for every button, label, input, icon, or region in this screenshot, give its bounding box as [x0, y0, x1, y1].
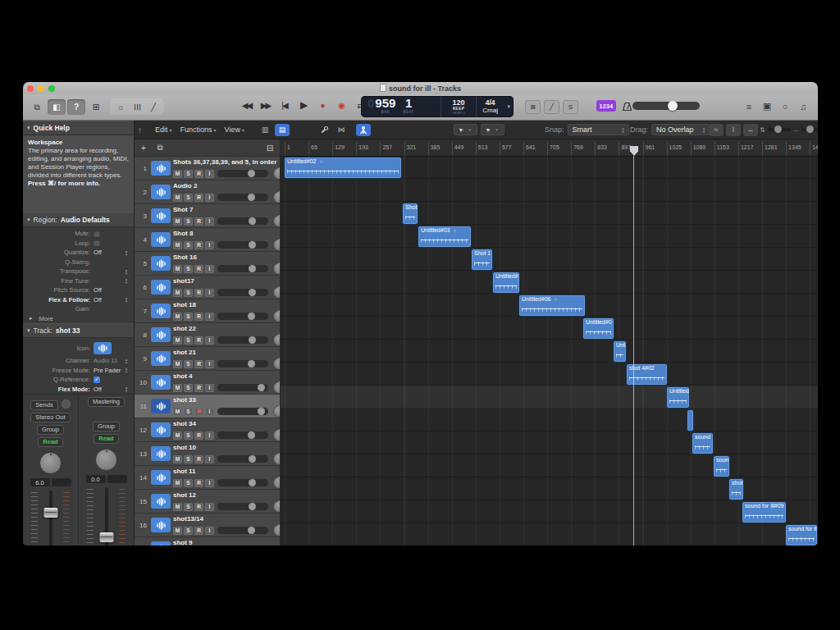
checkbox-checked[interactable]: ✓	[94, 377, 100, 383]
input-monitor-button[interactable]: I	[205, 217, 214, 226]
track-volume-slider[interactable]	[217, 170, 268, 177]
stepper-icon[interactable]: ▴▾	[123, 367, 130, 373]
record-enable-button[interactable]: R	[194, 241, 203, 249]
track-volume-slider[interactable]	[217, 194, 268, 201]
checkbox-unchecked[interactable]	[94, 231, 100, 237]
solo-button[interactable]: S	[184, 503, 193, 511]
automation-mode-button[interactable]: Read	[38, 437, 62, 447]
track-volume-slider[interactable]	[217, 313, 268, 320]
more-disclosure[interactable]: More	[33, 315, 53, 322]
track-volume-slider[interactable]	[217, 289, 268, 296]
track-pan-knob[interactable]	[273, 262, 280, 275]
mute-button[interactable]: M	[173, 384, 182, 392]
region-inspector-header[interactable]: ▾ Region:Audio Defaults	[23, 212, 134, 227]
mute-button[interactable]: M	[173, 170, 182, 178]
track-volume-thumb[interactable]	[248, 170, 255, 177]
track-volume-thumb[interactable]	[249, 217, 256, 225]
fader-cap[interactable]	[99, 532, 113, 542]
track-volume-thumb[interactable]	[248, 431, 255, 439]
note-pads-icon[interactable]: ▣	[759, 101, 775, 112]
master-volume-thumb[interactable]	[668, 101, 678, 111]
track-volume-thumb[interactable]	[258, 408, 265, 415]
group-button[interactable]: Group	[37, 425, 64, 435]
track-pan-knob[interactable]	[273, 500, 280, 513]
solo-button[interactable]: S	[184, 194, 193, 202]
record-enable-button[interactable]: R	[194, 313, 203, 321]
track-volume-thumb[interactable]	[249, 241, 256, 249]
arrange-area[interactable]: 1651291932573213854495135776417057698338…	[281, 139, 818, 546]
track-header[interactable]: 6shot17MSRI	[135, 276, 280, 299]
solo-button[interactable]: S	[184, 455, 193, 463]
bar-ruler[interactable]: 1651291932573213854495135776417057698338…	[281, 139, 818, 157]
track-volume-thumb[interactable]	[249, 265, 256, 272]
track-icon[interactable]	[151, 232, 171, 247]
input-monitor-button[interactable]: I	[205, 241, 214, 249]
grid-view-button[interactable]: ▥	[258, 124, 272, 136]
record-enable-button[interactable]: R	[194, 289, 203, 297]
track-icon[interactable]	[151, 327, 171, 342]
sends-button[interactable]: Sends	[30, 400, 57, 410]
duplicate-track-button[interactable]: ⧉	[153, 142, 167, 153]
track-icon[interactable]	[151, 446, 171, 461]
vertical-zoom-slider[interactable]	[768, 128, 791, 131]
audio-region[interactable]: Untitled#	[492, 272, 520, 294]
track-pan-knob[interactable]	[273, 381, 280, 394]
audio-region[interactable]: sound for ill#09	[742, 501, 787, 523]
track-icon[interactable]	[151, 280, 171, 294]
track-header[interactable]: 9shot 21MSRI	[135, 347, 280, 371]
solo-button[interactable]: S	[184, 241, 193, 249]
quick-help-header[interactable]: ▾ Quick Help	[23, 121, 134, 135]
solo-mode-button[interactable]: S	[563, 100, 578, 114]
record-enable-button[interactable]: R	[194, 336, 203, 345]
track-volume-slider[interactable]	[217, 455, 268, 463]
catch-playhead-button[interactable]: ↑	[138, 121, 142, 139]
track-header[interactable]: 4Shot 8MSRI	[135, 228, 280, 252]
track-volume-slider[interactable]	[217, 479, 268, 486]
rewind-button[interactable]: ◀◀	[238, 101, 255, 110]
volume-value[interactable]: 6.0	[30, 478, 50, 486]
vertical-auto-zoom-button[interactable]: I	[726, 124, 741, 136]
editors-icon[interactable]: ╱	[146, 103, 161, 112]
master-volume-slider[interactable]	[632, 102, 700, 110]
track-pan-knob[interactable]	[273, 405, 280, 418]
track-header[interactable]: 2Audio 2MSRI	[135, 180, 280, 204]
track-icon[interactable]	[151, 541, 171, 546]
record-enable-button[interactable]: R	[194, 431, 203, 440]
horizontal-auto-zoom-button[interactable]: ↔	[743, 124, 758, 136]
record-enable-button[interactable]: R	[194, 194, 203, 202]
punch-button[interactable]: ⊠	[525, 100, 541, 114]
track-header-config-button[interactable]: ⊟	[263, 142, 276, 153]
menu-functions[interactable]: Functions▾	[180, 126, 217, 134]
track-pan-knob[interactable]	[273, 167, 280, 180]
quick-help-button[interactable]: ?	[67, 99, 85, 115]
audio-region[interactable]: Unt	[613, 340, 627, 363]
record-button[interactable]: ●	[313, 101, 331, 110]
toolbar-list-icon[interactable]: ≡	[741, 102, 757, 112]
left-click-tool-selector[interactable]: ➤ ▾	[454, 124, 477, 135]
input-monitor-button[interactable]: I	[205, 408, 214, 416]
solo-button[interactable]: S	[184, 384, 193, 392]
horizontal-zoom-slider[interactable]	[801, 128, 818, 131]
solo-button[interactable]: S	[184, 217, 193, 226]
lcd-display[interactable]: 0 959 BAR 1 BEAT 120 KEEP TEMPO	[361, 96, 514, 117]
volume-value[interactable]: 0.0	[86, 475, 106, 483]
record-enable-button[interactable]: R	[194, 455, 203, 463]
record-enable-button[interactable]: R	[194, 170, 203, 178]
solo-button[interactable]: S	[184, 336, 193, 345]
mute-button[interactable]: M	[173, 360, 182, 368]
input-monitor-button[interactable]: I	[205, 170, 214, 178]
track-icon[interactable]	[151, 399, 171, 413]
track-volume-thumb[interactable]	[249, 503, 256, 510]
mute-button[interactable]: M	[173, 336, 182, 345]
tuner-button[interactable]: ╱	[544, 100, 559, 114]
input-monitor-button[interactable]: I	[205, 384, 214, 392]
input-monitor-button[interactable]: I	[205, 194, 214, 202]
stepper-icon[interactable]: ▴▾	[123, 277, 130, 284]
audio-region[interactable]: Untitled#03○	[418, 226, 472, 248]
stepper-icon[interactable]: ▴▾	[123, 358, 130, 364]
drag-selector[interactable]: No Overlap ▴▾	[651, 124, 710, 135]
solo-button[interactable]: S	[184, 265, 193, 273]
solo-button[interactable]: S	[184, 170, 193, 178]
track-header[interactable]: 7shot 18MSRI	[135, 299, 280, 323]
track-volume-slider[interactable]	[217, 336, 268, 344]
